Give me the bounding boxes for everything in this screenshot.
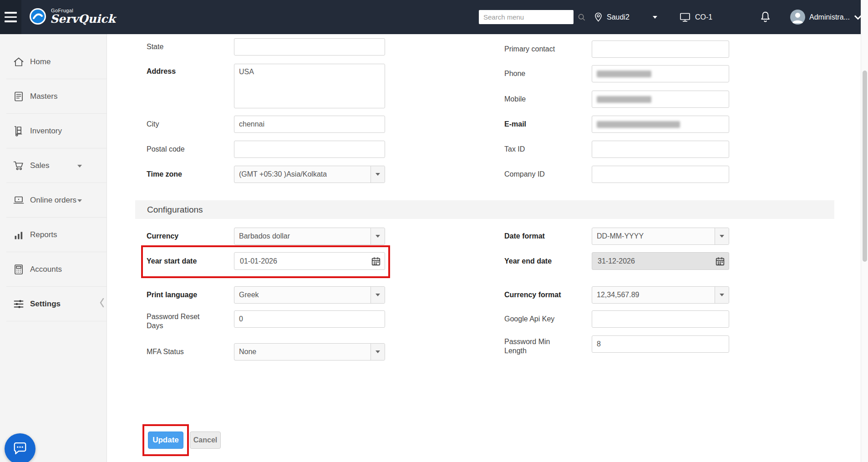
mfa-status-value: None xyxy=(239,348,256,356)
user-label: Administra... xyxy=(809,13,850,21)
logo-icon xyxy=(29,8,46,25)
field-label-phone: Phone xyxy=(504,65,586,82)
scrollbar-thumb[interactable] xyxy=(863,71,867,262)
date-format-value: DD-MM-YYYY xyxy=(597,232,644,240)
chat-support-button[interactable] xyxy=(5,433,36,462)
currency-format-value: 12,34,567.89 xyxy=(597,291,639,299)
field-label-year-start-date: Year start date xyxy=(147,253,228,270)
sidebar: Home Masters Inventory Sales xyxy=(0,34,107,462)
settings-sliders-icon xyxy=(13,298,25,310)
calendar-icon[interactable] xyxy=(371,256,381,266)
state-input[interactable] xyxy=(234,38,385,56)
field-label-postal-code: Postal code xyxy=(147,141,228,158)
year-end-date-value: 31-12-2026 xyxy=(598,257,635,265)
chevron-down-icon xyxy=(77,199,82,202)
field-label-city: City xyxy=(147,116,228,133)
year-start-date-input[interactable]: 01-01-2026 xyxy=(234,252,385,270)
terminal-icon xyxy=(679,12,691,23)
redacted-value xyxy=(597,121,680,128)
terminal-label: CO-1 xyxy=(695,13,712,21)
currency-value: Barbados dollar xyxy=(239,232,290,240)
calendar-icon xyxy=(715,256,725,266)
print-language-value: Greek xyxy=(239,291,259,299)
field-label-google-api-key: Google Api Key xyxy=(504,310,586,328)
brand-text: GoFrugal ServQuick xyxy=(50,8,116,25)
chevron-down-icon[interactable] xyxy=(715,287,729,303)
currency-format-select[interactable]: 12,34,567.89 xyxy=(592,286,729,304)
inventory-icon xyxy=(13,125,25,137)
field-label-password-min-length: Password Min Length xyxy=(504,337,559,355)
google-api-key-input[interactable] xyxy=(592,310,729,328)
redacted-value xyxy=(597,96,651,103)
chevron-down-icon[interactable] xyxy=(653,16,657,19)
chevron-down-icon[interactable] xyxy=(371,228,385,244)
field-label-print-language: Print language xyxy=(147,286,228,304)
avatar xyxy=(790,10,805,25)
topbar: GoFrugal ServQuick Saudi2 CO-1 xyxy=(0,0,861,34)
time-zone-value: (GMT +05:30 )Asia/Kolkata xyxy=(239,170,327,178)
primary-contact-input[interactable] xyxy=(592,41,729,58)
sidebar-collapse-chevron-left-icon[interactable] xyxy=(99,297,105,310)
field-label-currency: Currency xyxy=(147,228,228,245)
sidebar-item-online-orders[interactable]: Online orders xyxy=(0,183,107,218)
sidebar-item-label: Accounts xyxy=(30,265,62,274)
sidebar-item-masters[interactable]: Masters xyxy=(0,79,107,114)
postal-code-input[interactable] xyxy=(234,141,385,158)
chevron-down-icon[interactable] xyxy=(715,228,729,244)
field-label-mobile: Mobile xyxy=(504,91,586,108)
company-id-input[interactable] xyxy=(592,166,729,183)
reports-bar-chart-icon xyxy=(13,229,25,241)
sidebar-item-reports[interactable]: Reports xyxy=(0,218,107,252)
update-button[interactable]: Update xyxy=(148,432,183,449)
password-reset-days-input[interactable] xyxy=(234,310,385,328)
field-label-tax-id: Tax ID xyxy=(504,141,586,158)
chat-bubble-icon xyxy=(12,442,28,456)
sidebar-item-home[interactable]: Home xyxy=(0,45,107,79)
cancel-button[interactable]: Cancel xyxy=(190,432,221,449)
sidebar-item-label: Inventory xyxy=(30,127,62,136)
sidebar-item-inventory[interactable]: Inventory xyxy=(0,114,107,148)
date-format-select[interactable]: DD-MM-YYYY xyxy=(592,228,729,245)
sidebar-item-label: Home xyxy=(30,57,51,66)
password-min-length-input[interactable] xyxy=(592,335,729,353)
email-input[interactable] xyxy=(592,116,729,133)
redacted-value xyxy=(597,71,651,77)
chevron-down-icon[interactable] xyxy=(371,287,385,303)
address-textarea[interactable]: USA xyxy=(234,64,385,108)
mobile-input[interactable] xyxy=(592,91,729,108)
field-label-mfa-status: MFA Status xyxy=(147,343,228,360)
phone-input[interactable] xyxy=(592,65,729,82)
field-label-primary-contact: Primary contact xyxy=(504,41,586,58)
sidebar-item-settings[interactable]: Settings xyxy=(0,287,107,321)
hamburger-menu-icon[interactable] xyxy=(0,0,21,34)
user-menu[interactable]: Administra... xyxy=(790,0,862,34)
currency-select[interactable]: Barbados dollar xyxy=(234,228,385,245)
city-input[interactable] xyxy=(234,116,385,133)
sidebar-item-sales[interactable]: Sales xyxy=(0,148,107,183)
tax-id-input[interactable] xyxy=(592,141,729,158)
sidebar-item-accounts[interactable]: Accounts xyxy=(0,252,107,287)
terminal-selector[interactable]: CO-1 xyxy=(679,0,712,34)
location-label: Saudi2 xyxy=(607,13,629,21)
field-label-password-reset-days: Password Reset Days xyxy=(147,312,201,330)
time-zone-select[interactable]: (GMT +05:30 )Asia/Kolkata xyxy=(234,166,385,183)
app-logo[interactable]: GoFrugal ServQuick xyxy=(29,8,116,25)
year-end-date-input: 31-12-2026 xyxy=(592,252,729,270)
chevron-down-icon[interactable] xyxy=(371,166,385,183)
search-input[interactable] xyxy=(479,13,578,21)
search-icon[interactable] xyxy=(578,13,586,21)
masters-icon xyxy=(13,91,25,102)
print-language-select[interactable]: Greek xyxy=(234,286,385,304)
online-orders-icon xyxy=(13,194,25,206)
mfa-status-select[interactable]: None xyxy=(234,343,385,360)
sidebar-item-label: Sales xyxy=(30,161,50,170)
location-selector[interactable]: Saudi2 xyxy=(594,0,629,34)
sidebar-item-label: Settings xyxy=(30,300,61,309)
settings-form: State Address USA City Postal code Time … xyxy=(107,34,861,462)
configurations-section-header: Configurations xyxy=(135,200,834,219)
notifications-bell-icon[interactable] xyxy=(759,10,772,25)
chevron-down-icon[interactable] xyxy=(371,344,385,360)
brand-name-label: ServQuick xyxy=(50,13,116,25)
accounts-calculator-icon xyxy=(13,264,25,275)
field-label-date-format: Date format xyxy=(504,228,586,245)
